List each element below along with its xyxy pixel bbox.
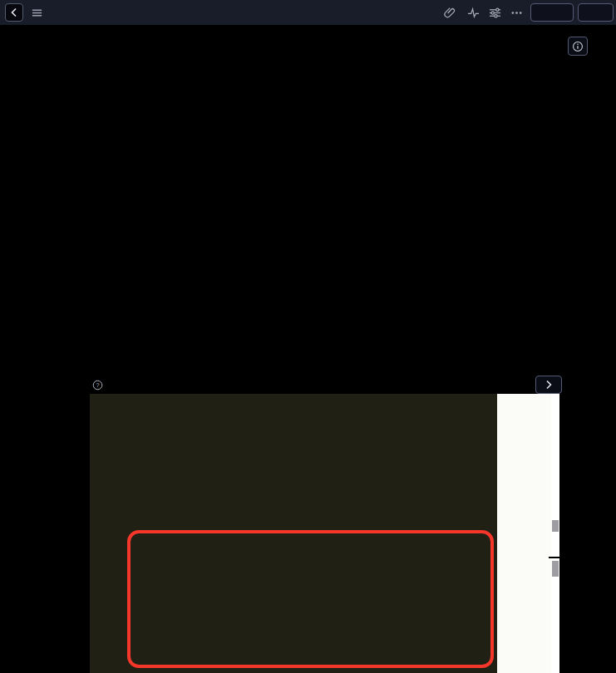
editor-scrollbar[interactable] [551,394,559,673]
activity-icon[interactable] [467,7,480,19]
ui-action-form-page: ? [0,0,616,673]
more-icon[interactable] [510,7,523,19]
toolbar-expand-button[interactable] [535,376,562,394]
pane-divider [549,557,560,558]
update-button[interactable] [530,3,574,22]
scrollbar-thumb[interactable] [552,561,559,577]
info-icon [572,41,584,52]
form-menu-icon[interactable] [31,7,43,19]
attachment-icon[interactable] [444,7,456,19]
editor-minimap [497,394,551,673]
svg-text:?: ? [96,381,99,389]
scrollbar-thumb[interactable] [552,520,559,532]
chevron-left-icon [10,7,18,17]
code-pane[interactable] [90,394,497,673]
application-info-button[interactable] [568,37,588,56]
back-button[interactable] [5,3,23,22]
script-code-editor[interactable] [90,394,559,673]
chevron-right-icon [545,380,553,390]
header-bar [0,0,616,25]
delete-button[interactable] [578,3,614,22]
script-help-icon[interactable]: ? [92,380,103,391]
personalize-icon[interactable] [489,7,501,19]
